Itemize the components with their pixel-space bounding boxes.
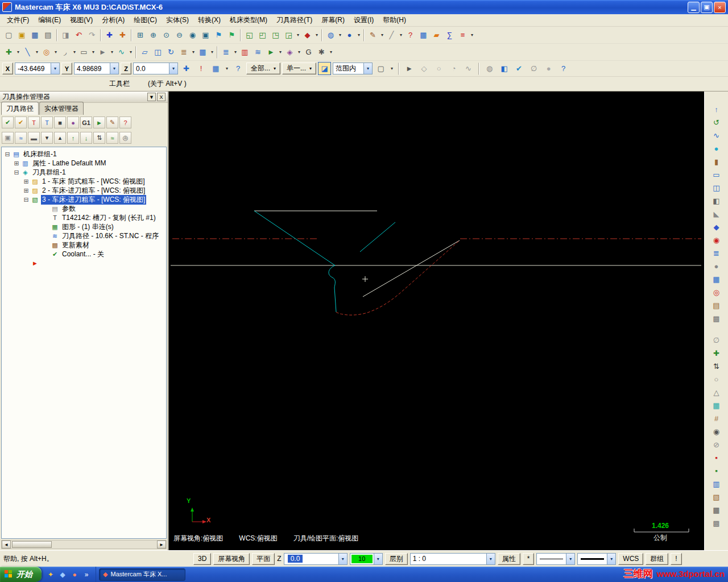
- blank-flag-icon[interactable]: ⚑: [225, 28, 238, 41]
- dropdown-arrow[interactable]: ▾: [295, 29, 301, 41]
- menu-analyze[interactable]: 分析(A): [97, 14, 129, 27]
- restore-button[interactable]: ▣: [701, 2, 713, 13]
- attr-pencil-icon[interactable]: ✎: [366, 28, 379, 41]
- rb-triangle-icon[interactable]: △: [710, 386, 723, 398]
- separator[interactable]: [478, 63, 479, 75]
- tab-solids-manager[interactable]: 实体管理器: [39, 102, 84, 115]
- rb-corner-icon[interactable]: ◣: [710, 207, 723, 220]
- dropdown-arrow[interactable]: ▾: [53, 46, 59, 59]
- dropdown-arrow[interactable]: ▾: [233, 46, 238, 59]
- z-coord-field[interactable]: 0.0: [133, 63, 178, 74]
- rb-bullseye-icon[interactable]: ◉: [710, 425, 723, 438]
- tree-item-op2[interactable]: ⊞ ▨ 2 - 车床-进刀粗车 - [WCS: 俯视图]: [2, 186, 166, 195]
- tree-expander-icon[interactable]: ⊞: [13, 160, 20, 167]
- quick-launch-chevron-icon[interactable]: »: [81, 569, 92, 580]
- config-icon[interactable]: ✱: [315, 45, 328, 59]
- tp-g1-icon[interactable]: G1: [80, 117, 92, 128]
- tree-item-op3-parameters[interactable]: ▤ 参数: [2, 204, 166, 213]
- rb-cylinder-icon[interactable]: ▮: [710, 155, 723, 168]
- dropdown-arrow[interactable]: ▾: [278, 46, 283, 59]
- rb-hash-icon[interactable]: #: [710, 412, 723, 425]
- rb-measure-icon[interactable]: ∅: [710, 334, 723, 346]
- wcs-button[interactable]: WCS: [618, 553, 643, 565]
- quick-mask-icon[interactable]: ◪: [318, 62, 331, 75]
- tree-expander-icon[interactable]: [43, 232, 49, 239]
- create-line-icon[interactable]: ╲: [21, 45, 34, 59]
- wcs-planes-icon[interactable]: ◍: [324, 28, 337, 41]
- gview-named-icon[interactable]: ◆: [301, 28, 314, 41]
- ram-saver-icon[interactable]: ▰: [430, 28, 443, 41]
- tree-expander-icon[interactable]: ⊞: [23, 187, 30, 194]
- dropdown-arrow[interactable]: ▾: [469, 29, 475, 41]
- menu-create[interactable]: 绘图(C): [129, 14, 162, 27]
- tp-post-icon[interactable]: ►: [93, 117, 105, 128]
- rb-arrow-up-icon[interactable]: ↑: [710, 103, 723, 115]
- rb-grid-icon[interactable]: ▦: [710, 273, 723, 285]
- menu-solids[interactable]: 实体(S): [162, 14, 193, 27]
- tree-item-op1[interactable]: ⊞ ▨ 1 - 车床 简式粗车 - [WCS: 俯视图]: [2, 177, 166, 186]
- tp-blank-icon[interactable]: ▬: [28, 132, 40, 144]
- zoom-in-icon[interactable]: ⊙: [160, 28, 173, 41]
- dropdown-arrow[interactable]: ▾: [90, 46, 96, 59]
- rb-red-swatch-icon[interactable]: ▪: [710, 451, 723, 464]
- levels-manager-icon[interactable]: ≣: [220, 45, 233, 59]
- create-point-icon[interactable]: ✚: [2, 45, 15, 59]
- toolpath-manager-icon[interactable]: ≋: [251, 45, 264, 59]
- undo-icon[interactable]: ↶: [72, 28, 85, 41]
- y-coord-field[interactable]: 4.98689: [74, 63, 119, 74]
- tp-backplot-icon[interactable]: ■: [54, 117, 66, 128]
- dropdown-arrow[interactable]: ▾: [337, 29, 343, 41]
- open-file-icon[interactable]: ▣: [15, 28, 28, 41]
- create-arc-icon[interactable]: ◎: [40, 45, 53, 59]
- quick-launch-icon-1[interactable]: ✦: [46, 569, 56, 580]
- dropdown-arrow[interactable]: ▾: [296, 46, 302, 59]
- level-button[interactable]: 层别: [385, 553, 408, 565]
- rb-no-entry-icon[interactable]: ⊘: [710, 438, 723, 451]
- rb-swatch-icon[interactable]: ▤: [710, 299, 723, 311]
- menu-machine-type[interactable]: 机床类型(M): [225, 14, 272, 27]
- select-all-mask-icon[interactable]: ●: [542, 62, 555, 75]
- help-icon[interactable]: ?: [404, 28, 417, 41]
- rb-hole-icon[interactable]: ◉: [710, 234, 723, 246]
- tree-item-op3-coolant[interactable]: ✔ Coolant... - 关: [2, 250, 166, 259]
- menu-settings[interactable]: 设置(I): [349, 14, 378, 27]
- rb-rotate-icon[interactable]: ↺: [710, 116, 723, 128]
- groups-button[interactable]: 群组: [646, 553, 668, 565]
- entity-color-selector[interactable]: 10: [350, 553, 383, 565]
- z-depth-field[interactable]: 0.0: [284, 553, 348, 565]
- separator[interactable]: [321, 29, 322, 41]
- panel-horizontal-scrollbar[interactable]: ◄ ►: [1, 540, 167, 549]
- rb-sphere-icon[interactable]: ●: [710, 260, 723, 272]
- tree-expander-icon[interactable]: [43, 242, 49, 248]
- cplane-sphere-icon[interactable]: ●: [343, 28, 356, 41]
- linewidth-dropdown-icon[interactable]: [607, 554, 615, 564]
- rb-updown-icon[interactable]: ⇅: [710, 360, 723, 372]
- zoom-window-icon[interactable]: ⊞: [134, 28, 147, 41]
- tree-expander-icon[interactable]: [43, 214, 49, 221]
- separator[interactable]: [240, 29, 241, 41]
- gview-right-icon[interactable]: ◳: [269, 28, 282, 41]
- scroll-right-icon[interactable]: ►: [157, 541, 166, 548]
- screenshot-icon[interactable]: ◨: [59, 28, 72, 41]
- menu-toolpaths[interactable]: 刀具路径(T): [272, 14, 317, 27]
- tp-edit-icon[interactable]: ✎: [106, 117, 118, 128]
- y-coord-button[interactable]: Y: [61, 63, 72, 74]
- rb-palette-icon[interactable]: ▩: [710, 312, 723, 325]
- tp-verify-icon[interactable]: ●: [67, 117, 79, 128]
- new-file-icon[interactable]: ▢: [2, 28, 15, 41]
- z-depth-dropdown-icon[interactable]: [338, 554, 347, 564]
- create-fillet-icon[interactable]: ◞: [59, 45, 72, 59]
- dynamic-zoom-icon[interactable]: ◉: [186, 28, 199, 41]
- e-notes-icon[interactable]: ≡: [456, 28, 469, 41]
- selection-help-icon[interactable]: ?: [557, 62, 570, 75]
- dropdown-arrow[interactable]: ▾: [34, 46, 40, 59]
- print-icon[interactable]: ▤: [42, 28, 55, 41]
- fit-screen-icon[interactable]: ▣: [199, 28, 212, 41]
- tp-lock-icon[interactable]: ▣: [2, 132, 14, 144]
- tp-insert-down-icon[interactable]: ↓: [80, 132, 92, 144]
- rb-chart-icon[interactable]: ▥: [710, 477, 723, 490]
- autocursor-help-icon[interactable]: ?: [231, 62, 245, 75]
- create-spline-icon[interactable]: ∿: [115, 45, 128, 59]
- tree-insert-arrow[interactable]: ►: [2, 259, 166, 268]
- point-style-button[interactable]: *: [523, 553, 535, 565]
